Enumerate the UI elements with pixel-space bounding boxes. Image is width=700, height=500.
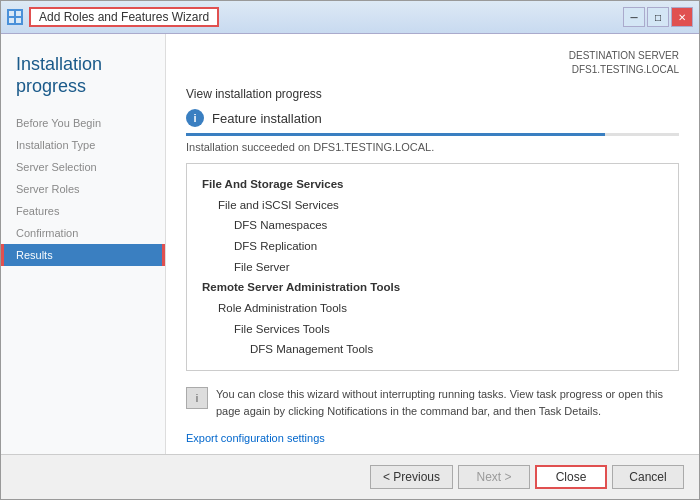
notification-icon: i: [186, 387, 208, 409]
export-config-link[interactable]: Export configuration settings: [186, 432, 679, 444]
window-title: Add Roles and Features Wizard: [29, 7, 219, 27]
feature-item-8: DFS Management Tools: [202, 339, 663, 360]
title-bar: Add Roles and Features Wizard ─ □ ✕: [1, 1, 699, 34]
feature-install-row: i Feature installation: [186, 109, 679, 127]
cancel-button[interactable]: Cancel: [612, 465, 684, 489]
info-icon: i: [186, 109, 204, 127]
feature-install-text: Feature installation: [212, 111, 322, 126]
sidebar-item-installation-type[interactable]: Installation Type: [1, 134, 165, 156]
window-close-button[interactable]: ✕: [671, 7, 693, 27]
sidebar-item-results[interactable]: Results: [1, 244, 165, 266]
features-list-box: File And Storage Services File and iSCSI…: [186, 163, 679, 371]
sidebar-heading: Installation progress: [1, 54, 165, 112]
title-bar-left: Add Roles and Features Wizard: [7, 7, 219, 27]
footer: < Previous Next > Close Cancel: [1, 454, 699, 499]
app-icon: [7, 9, 23, 25]
content-area: Installation progress Before You Begin I…: [1, 34, 699, 454]
minimize-button[interactable]: ─: [623, 7, 645, 27]
maximize-button[interactable]: □: [647, 7, 669, 27]
svg-rect-1: [16, 11, 21, 16]
feature-item-6: Role Administration Tools: [202, 298, 663, 319]
feature-item-7: File Services Tools: [202, 319, 663, 340]
install-success-text: Installation succeeded on DFS1.TESTING.L…: [186, 141, 679, 153]
main-content: DESTINATION SERVER DFS1.TESTING.LOCAL Vi…: [166, 34, 699, 454]
destination-server-info: DESTINATION SERVER DFS1.TESTING.LOCAL: [186, 49, 679, 77]
svg-rect-2: [9, 18, 14, 23]
progress-bar-fill: [186, 133, 605, 136]
feature-item-3: DFS Replication: [202, 236, 663, 257]
previous-button[interactable]: < Previous: [370, 465, 453, 489]
next-button[interactable]: Next >: [458, 465, 530, 489]
sidebar-item-confirmation[interactable]: Confirmation: [1, 222, 165, 244]
sidebar-item-features[interactable]: Features: [1, 200, 165, 222]
feature-item-1: File and iSCSI Services: [202, 195, 663, 216]
feature-item-2: DFS Namespaces: [202, 215, 663, 236]
notification-row: i You can close this wizard without inte…: [186, 381, 679, 424]
sidebar-item-server-roles[interactable]: Server Roles: [1, 178, 165, 200]
sidebar-item-before-you-begin[interactable]: Before You Begin: [1, 112, 165, 134]
feature-item-4: File Server: [202, 257, 663, 278]
sidebar: Installation progress Before You Begin I…: [1, 34, 166, 454]
window-controls: ─ □ ✕: [623, 7, 693, 27]
svg-rect-0: [9, 11, 14, 16]
view-progress-label: View installation progress: [186, 87, 679, 101]
svg-rect-3: [16, 18, 21, 23]
main-window: Add Roles and Features Wizard ─ □ ✕ Inst…: [0, 0, 700, 500]
sidebar-item-server-selection[interactable]: Server Selection: [1, 156, 165, 178]
close-button[interactable]: Close: [535, 465, 607, 489]
notification-text: You can close this wizard without interr…: [216, 386, 679, 419]
feature-item-5: Remote Server Administration Tools: [202, 277, 663, 298]
progress-bar-container: [186, 133, 679, 136]
feature-item-0: File And Storage Services: [202, 174, 663, 195]
